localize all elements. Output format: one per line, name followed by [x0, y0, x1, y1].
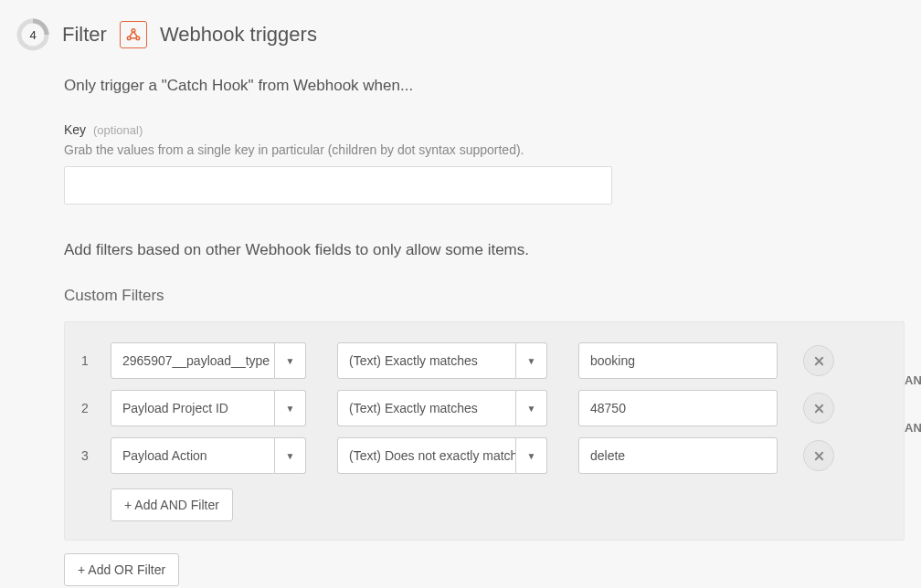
chevron-down-icon[interactable]: ▼ — [275, 390, 306, 426]
remove-filter-button[interactable] — [803, 345, 834, 376]
filter-row-number: 3 — [81, 448, 100, 463]
close-icon — [814, 356, 824, 366]
remove-filter-button[interactable] — [803, 393, 834, 424]
filter-row-number: 1 — [81, 353, 100, 368]
filter-value-input[interactable] — [578, 390, 778, 426]
remove-filter-button[interactable] — [803, 440, 834, 471]
close-icon — [814, 451, 824, 461]
filter-operator-select[interactable]: (Text) Exactly matches — [337, 342, 516, 379]
filter-field-select[interactable]: Payload Action — [111, 437, 275, 474]
filter-row: 2 Payload Project ID ▼ (Text) Exactly ma… — [81, 390, 887, 426]
add-or-filter-button[interactable]: + Add OR Filter — [64, 553, 179, 586]
filter-value-input[interactable] — [578, 342, 778, 379]
filter-joiner-label: AND — [905, 373, 921, 387]
lead-text: Only trigger a "Catch Hook" from Webhook… — [64, 77, 905, 95]
step-number: 4 — [29, 28, 36, 42]
chevron-down-icon[interactable]: ▼ — [275, 342, 306, 379]
key-help: Grab the values from a single key in par… — [64, 142, 905, 157]
filters-intro: Add filters based on other Webhook field… — [64, 241, 905, 259]
step-title: Filter — [62, 23, 107, 47]
key-field-group: Key (optional) Grab the values from a si… — [64, 122, 905, 205]
key-input[interactable] — [64, 166, 612, 205]
filter-joiner-label: AND — [905, 421, 921, 435]
filters-heading: Custom Filters — [64, 287, 905, 305]
filter-operator-select[interactable]: (Text) Does not exactly match — [337, 437, 516, 474]
filter-row: 1 2965907__payload__type ▼ (Text) Exactl… — [81, 342, 887, 379]
app-name: Webhook triggers — [160, 23, 317, 47]
filter-value-input[interactable] — [578, 437, 778, 474]
chevron-down-icon[interactable]: ▼ — [516, 342, 547, 379]
filter-field-select[interactable]: Payload Project ID — [111, 390, 275, 426]
close-icon — [814, 404, 824, 414]
step-progress-badge: 4 — [16, 18, 49, 51]
key-label: Key — [64, 122, 86, 137]
filter-row-number: 2 — [81, 401, 100, 415]
key-optional: (optional) — [93, 123, 143, 137]
filter-operator-select[interactable]: (Text) Exactly matches — [337, 390, 516, 426]
chevron-down-icon[interactable]: ▼ — [516, 437, 547, 474]
chevron-down-icon[interactable]: ▼ — [275, 437, 306, 474]
chevron-down-icon[interactable]: ▼ — [516, 390, 547, 426]
step-header: 4 Filter Webhook triggers — [16, 18, 905, 51]
filter-row: 3 Payload Action ▼ (Text) Does not exact… — [81, 437, 887, 474]
webhook-icon — [120, 21, 147, 48]
filter-field-select[interactable]: 2965907__payload__type — [111, 342, 275, 379]
add-and-filter-button[interactable]: + Add AND Filter — [111, 488, 233, 521]
custom-filters-box: 1 2965907__payload__type ▼ (Text) Exactl… — [64, 321, 905, 541]
